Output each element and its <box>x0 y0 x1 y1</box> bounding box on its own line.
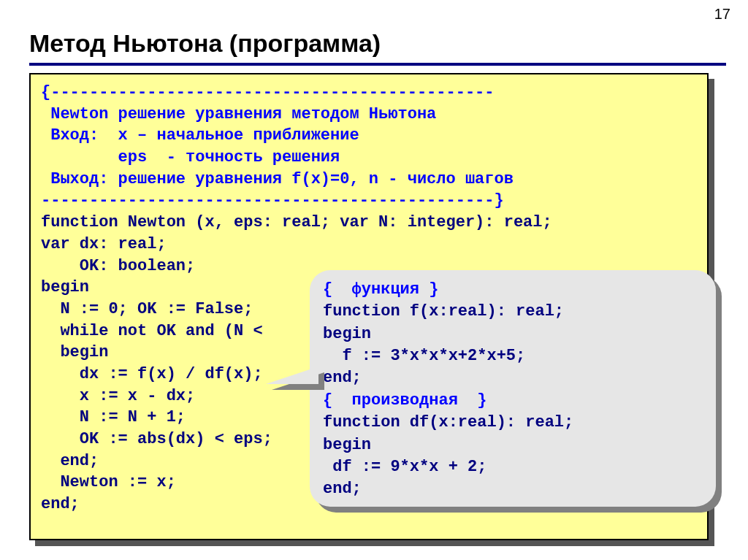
page-number: 17 <box>714 6 730 23</box>
callout-line: begin <box>323 436 371 454</box>
title-underline <box>29 63 726 66</box>
code-line: begin <box>41 278 89 296</box>
code-line: N := 0; OK := False; <box>41 300 253 318</box>
code-line: Newton решение уравнения методом Ньютона <box>41 105 436 123</box>
callout-line: end; <box>323 369 362 387</box>
code-line: eps - точность решения <box>41 148 340 166</box>
code-line: var dx: real; <box>41 235 167 253</box>
callout-line: end; <box>323 480 362 498</box>
code-line: x := x - dx; <box>41 387 195 405</box>
code-line: end; <box>41 452 99 470</box>
callout-line: begin <box>323 325 371 343</box>
page-title: Метод Ньютона (программа) <box>29 29 381 58</box>
callout-line: function df(x:real): real; <box>323 413 573 431</box>
code-line: while not OK and (N < <box>41 322 263 340</box>
code-line: function Newton (x, eps: real; var N: in… <box>41 213 552 231</box>
callout-tail <box>266 367 318 384</box>
code-line: begin <box>41 343 108 361</box>
callout-box: { функция } function f(x:real): real; be… <box>310 270 716 507</box>
code-line: dx := f(x) / df(x); <box>41 365 263 383</box>
code-line: {---------------------------------------… <box>41 83 495 101</box>
code-line: OK := abs(dx) < eps; <box>41 430 272 448</box>
callout-line: df := 9*x*x + 2; <box>323 458 486 476</box>
code-line: OK: boolean; <box>41 257 195 275</box>
callout-line: { функция } <box>323 280 438 299</box>
code-line: Вход: x – начальное приближение <box>41 126 359 145</box>
code-line: ----------------------------------------… <box>41 191 504 210</box>
callout-line: f := 3*x*x*x+2*x+5; <box>323 347 525 365</box>
code-line: end; <box>41 495 80 513</box>
callout-line: { производная } <box>323 391 486 410</box>
code-line: Newton := x; <box>41 473 176 491</box>
callout-line: function f(x:real): real; <box>323 302 564 321</box>
code-line: Выход: решение уравнения f(x)=0, n - чис… <box>41 170 514 188</box>
code-line: N := N + 1; <box>41 408 186 426</box>
